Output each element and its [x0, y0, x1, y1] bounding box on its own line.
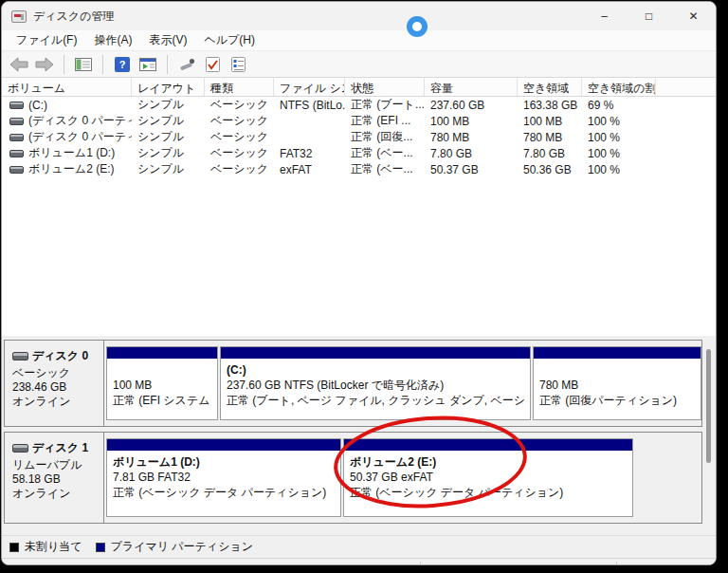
table-row[interactable]: (ディスク 0 パーティシ... シンプル ベーシック 正常 (回復... 78… — [2, 129, 716, 145]
disk-0-row: ディスク 0 ベーシック 238.46 GB オンライン 100 MB 正常 (… — [4, 340, 702, 427]
scrollbar-thumb[interactable] — [706, 349, 711, 463]
menu-help[interactable]: ヘルプ(H) — [195, 30, 264, 50]
legend-primary-swatch — [96, 543, 105, 552]
maximize-button[interactable]: □ — [627, 2, 671, 30]
disk-type: ベーシック — [12, 366, 100, 380]
partition-volume2-e[interactable]: ボリューム2 (E:) 50.37 GB exFAT 正常 (ベーシック データ… — [343, 438, 633, 517]
disk-size: 238.46 GB — [12, 380, 100, 395]
volume-name: (ディスク 0 パーティシ... — [28, 130, 132, 143]
screen-background: ディスクの管理 – □ ✕ ファイル(F) 操作(A) 表示(V) ヘルプ(H) — [0, 0, 728, 573]
column-header-capacity[interactable]: 容量 — [425, 78, 518, 96]
partition-status: 正常 (ベーシック データ パーティション) — [350, 485, 627, 500]
table-row[interactable]: ボリューム2 (E:) シンプル ベーシック exFAT 正常 (ベー... 5… — [2, 161, 716, 177]
volume-name: (ディスク 0 パーティシ... — [28, 114, 132, 127]
volume-icon — [9, 166, 24, 174]
vertical-scrollbar[interactable] — [704, 342, 713, 527]
close-button[interactable]: ✕ — [671, 2, 716, 30]
window-title: ディスクの管理 — [33, 9, 114, 25]
partition-size: 7.81 GB FAT32 — [113, 470, 335, 485]
menu-action[interactable]: 操作(A) — [85, 30, 140, 50]
partition-c[interactable]: (C:) 237.60 GB NTFS (BitLocker で暗号化済み) 正… — [220, 346, 531, 420]
disk-icon — [12, 444, 28, 453]
disk-status: オンライン — [12, 487, 100, 501]
volume-icon — [9, 134, 24, 141]
disk-type: リムーバブル — [12, 458, 100, 472]
statusbar-separator — [420, 562, 421, 565]
disk-1-graph: ボリューム1 (D:) 7.81 GB FAT32 正常 (ベーシック データ … — [104, 433, 701, 523]
table-row[interactable]: (ディスク 0 パーティシ... シンプル ベーシック 正常 (EFI ... … — [2, 113, 716, 129]
column-header-type[interactable]: 種類 — [205, 78, 274, 96]
column-header-filesystem[interactable]: ファイル システム — [274, 78, 345, 96]
menu-view[interactable]: 表示(V) — [140, 30, 195, 50]
minimize-button[interactable]: – — [582, 2, 627, 30]
show-console-icon[interactable] — [138, 55, 157, 74]
back-icon[interactable] — [9, 55, 28, 74]
toolbar-separator — [102, 55, 103, 74]
column-header-status[interactable]: 状態 — [345, 78, 425, 96]
volume-name: ボリューム1 (D:) — [28, 146, 115, 159]
partition-status: 正常 (ブート, ページ ファイル, クラッシュ ダンプ, ベーシック データ … — [227, 393, 524, 408]
app-icon — [11, 10, 27, 23]
disk-1-row: ディスク 1 リムーバブル 58.18 GB オンライン ボリューム1 (D:)… — [4, 432, 702, 524]
legend-unallocated-swatch — [9, 543, 19, 552]
console-tree-icon[interactable] — [74, 55, 93, 74]
partition-recovery[interactable]: 780 MB 正常 (回復パーティション) — [533, 346, 701, 420]
partition-size: 780 MB — [539, 378, 695, 393]
partition-name: ボリューム2 (E:) — [350, 454, 627, 470]
disk-1-label[interactable]: ディスク 1 リムーバブル 58.18 GB オンライン — [5, 433, 104, 523]
partition-status: 正常 (EFI システム パー — [113, 393, 211, 408]
legend-bar: 未割り当て プライマリ パーティション — [2, 535, 716, 558]
column-header-free-percent[interactable]: 空き領域の割... — [582, 78, 656, 96]
window-controls: – □ ✕ — [582, 2, 716, 30]
disk-size: 58.18 GB — [12, 472, 100, 487]
legend-unallocated-label: 未割り当て — [25, 539, 82, 555]
disk-icon — [12, 352, 28, 360]
partition-volume1-d[interactable]: ボリューム1 (D:) 7.81 GB FAT32 正常 (ベーシック データ … — [106, 438, 341, 517]
disk-management-window: ディスクの管理 – □ ✕ ファイル(F) 操作(A) 表示(V) ヘルプ(H) — [1, 1, 717, 565]
forward-icon[interactable] — [35, 55, 54, 74]
partition-status: 正常 (ベーシック データ パーティション) — [113, 485, 335, 500]
title-bar[interactable]: ディスクの管理 – □ ✕ — [2, 2, 716, 30]
volume-icon — [9, 102, 24, 109]
partition-size: 50.37 GB exFAT — [350, 470, 627, 485]
partition-name: ボリューム1 (D:) — [113, 454, 335, 470]
legend-primary-label: プライマリ パーティション — [111, 539, 253, 555]
partition-status: 正常 (回復パーティション) — [539, 393, 695, 408]
task-list-icon[interactable] — [228, 55, 247, 74]
touch-indicator-ring — [407, 16, 428, 37]
help-icon[interactable]: ? — [113, 55, 132, 74]
column-header-layout[interactable]: レイアウト — [132, 78, 205, 96]
disk-status: オンライン — [12, 395, 100, 409]
volume-table-header: ボリューム レイアウト 種類 ファイル システム 状態 容量 空き領域 空き領域… — [2, 78, 716, 97]
column-header-empty — [656, 78, 716, 96]
toolbar: ? — [2, 51, 716, 78]
disk-name: ディスク 0 — [32, 349, 88, 362]
check-document-icon[interactable] — [203, 55, 222, 74]
graphical-view: ディスク 0 ベーシック 238.46 GB オンライン 100 MB 正常 (… — [2, 336, 716, 535]
column-header-volume[interactable]: ボリューム — [2, 78, 132, 96]
partition-header-bar — [107, 439, 340, 452]
menu-bar: ファイル(F) 操作(A) 表示(V) ヘルプ(H) — [2, 30, 716, 51]
volume-name: ボリューム2 (E:) — [28, 162, 114, 176]
volume-icon — [9, 150, 24, 157]
disk-0-label[interactable]: ディスク 0 ベーシック 238.46 GB オンライン — [5, 341, 104, 426]
volume-list: (C:) シンプル ベーシック NTFS (BitLo... 正常 (ブート..… — [2, 97, 716, 336]
partition-size: 237.60 GB NTFS (BitLocker で暗号化済み) — [227, 378, 524, 393]
partition-header-bar — [534, 347, 701, 360]
statusbar-separator — [616, 562, 617, 565]
partition-size: 100 MB — [113, 378, 211, 393]
properties-gadget-icon[interactable] — [177, 55, 196, 74]
column-header-free[interactable]: 空き領域 — [518, 78, 582, 96]
partition-name — [539, 362, 695, 378]
partition-header-bar — [221, 347, 530, 360]
disk-0-graph: 100 MB 正常 (EFI システム パー (C:) 237.60 GB NT… — [104, 341, 701, 426]
status-bar — [2, 558, 716, 565]
volume-icon — [9, 118, 24, 125]
menu-file[interactable]: ファイル(F) — [8, 30, 85, 50]
table-row[interactable]: (C:) シンプル ベーシック NTFS (BitLo... 正常 (ブート..… — [2, 97, 716, 113]
toolbar-separator — [64, 55, 64, 74]
toolbar-separator — [167, 55, 168, 74]
table-row[interactable]: ボリューム1 (D:) シンプル ベーシック FAT32 正常 (ベー... 7… — [2, 145, 716, 161]
partition-efi[interactable]: 100 MB 正常 (EFI システム パー — [106, 346, 218, 420]
partition-name — [113, 362, 211, 378]
